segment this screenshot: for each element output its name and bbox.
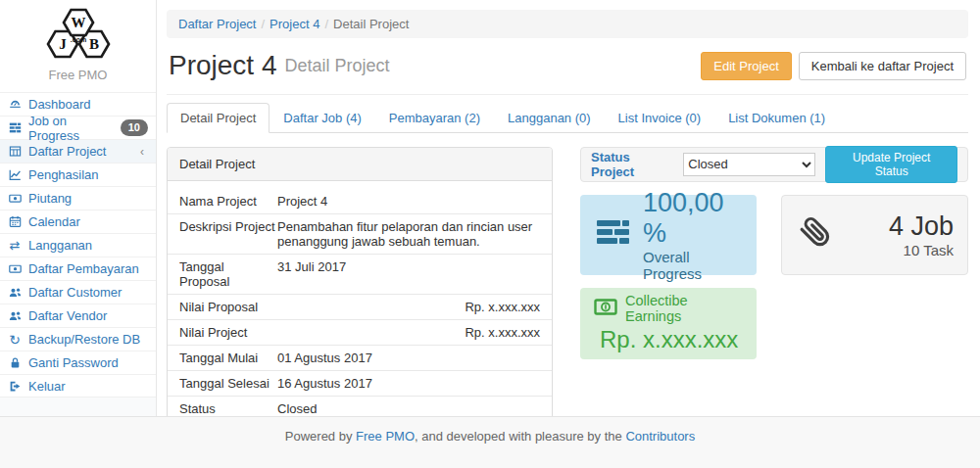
breadcrumb-separator: / xyxy=(256,17,270,31)
footer-link-contributors[interactable]: Contributors xyxy=(625,429,695,444)
update-status-button[interactable]: Update Project Status xyxy=(825,146,957,183)
line-chart-icon xyxy=(8,168,22,181)
sidebar-item-label: Daftar Project xyxy=(28,144,106,159)
svg-text:J: J xyxy=(59,36,67,52)
page-header: Project 4 Detail Project Edit Project Ke… xyxy=(167,46,968,95)
footer-text-2: , and developed with pleasure by the xyxy=(415,429,625,444)
detail-row-value: 01 Agustus 2017 xyxy=(277,351,540,365)
calendar-icon xyxy=(8,215,22,228)
detail-row: Tanggal Mulai01 Agustus 2017 xyxy=(168,345,552,370)
sidebar-item-label: Backup/Restore DB xyxy=(28,332,140,347)
detail-project-panel: Detail Project Nama ProjectProject 4Desk… xyxy=(167,147,553,416)
sidebar: J W B .com Free PMO DashboardJob on Prog… xyxy=(0,0,157,416)
detail-row-value: Rp. x.xxx.xxx xyxy=(277,325,540,340)
page-subtitle: Detail Project xyxy=(285,56,390,76)
sidebar-item-backup-restore-db[interactable]: ↻Backup/Restore DB xyxy=(0,327,156,351)
earnings-value: Rp. x.xxx.xxx xyxy=(594,326,743,353)
edit-project-button[interactable]: Edit Project xyxy=(701,52,791,81)
detail-row-value: 16 Agustus 2017 xyxy=(277,376,540,391)
detail-row: Tanggal Selesai16 Agustus 2017 xyxy=(168,370,552,396)
back-to-list-button[interactable]: Kembali ke daftar Project xyxy=(799,52,966,81)
sidebar-item-dashboard[interactable]: Dashboard xyxy=(0,92,156,116)
breadcrumb-item[interactable]: Project 4 xyxy=(270,17,319,31)
panel-title: Detail Project xyxy=(168,148,552,181)
overall-progress-value: 100,00 % xyxy=(643,188,743,249)
page-title: Project 4 xyxy=(169,51,277,81)
job-count-value: 4 Job xyxy=(889,211,954,242)
breadcrumb-separator: / xyxy=(319,17,333,31)
detail-row-label: Nilai Project xyxy=(179,325,277,340)
overall-progress-label: Overall Progress xyxy=(643,249,743,282)
detail-row-label: Status xyxy=(179,401,277,416)
sidebar-item-daftar-customer[interactable]: Daftar Customer xyxy=(0,280,156,304)
sidebar-item-daftar-pembayaran[interactable]: Daftar Pembayaran xyxy=(0,257,156,280)
sidebar-item-piutang[interactable]: Piutang xyxy=(0,186,156,210)
detail-row-label: Deskripsi Project xyxy=(179,219,277,249)
lock-icon xyxy=(8,356,22,369)
task-count-label: 10 Task xyxy=(889,242,954,258)
detail-row: StatusClosed xyxy=(168,396,552,416)
breadcrumb: Daftar Project/Project 4/Detail Project xyxy=(167,10,968,38)
job-count-badge: 10 xyxy=(121,119,148,135)
detail-row: Nilai ProjectRp. x.xxx.xxx xyxy=(168,319,552,345)
chevron-left-icon: ‹ xyxy=(140,145,148,159)
footer-text-1: Powered by xyxy=(285,429,356,444)
sidebar-item-label: Daftar Pembayaran xyxy=(28,261,139,276)
detail-row: Deskripsi ProjectPenambahan fitur pelapo… xyxy=(168,213,552,254)
tasks-icon xyxy=(594,218,631,251)
sidebar-item-daftar-project[interactable]: Daftar Project‹ xyxy=(0,139,156,163)
tasks-icon xyxy=(8,121,22,134)
detail-row-value: 31 Juli 2017 xyxy=(277,259,540,289)
sidebar-item-job-on-progress[interactable]: Job on Progress10 xyxy=(0,116,156,139)
detail-row-value: Project 4 xyxy=(277,194,540,209)
sidebar-item-label: Keluar xyxy=(28,379,66,394)
tab-list-invoice-0[interactable]: List Invoice (0) xyxy=(605,103,715,133)
detail-row: Nama ProjectProject 4 xyxy=(168,189,552,213)
brand-block: J W B .com Free PMO xyxy=(0,0,156,92)
users-icon xyxy=(8,286,22,299)
sidebar-menu: DashboardJob on Progress10Daftar Project… xyxy=(0,92,156,398)
brand-name: Free PMO xyxy=(0,68,156,82)
detail-row-label: Tanggal Selesai xyxy=(179,376,277,391)
sidebar-item-label: Ganti Password xyxy=(28,355,119,370)
users-icon xyxy=(8,309,22,322)
sidebar-item-daftar-vendor[interactable]: Daftar Vendor xyxy=(0,304,156,327)
sidebar-item-langganan[interactable]: ⇄Langganan xyxy=(0,233,156,257)
sidebar-item-ganti-password[interactable]: Ganti Password xyxy=(0,351,156,374)
overall-progress-box: 100,00 % Overall Progress xyxy=(580,195,757,275)
money-icon xyxy=(8,192,22,205)
footer-link-free-pmo[interactable]: Free PMO xyxy=(356,429,415,444)
refresh-icon: ↻ xyxy=(8,333,22,347)
jwb-logo: J W B .com xyxy=(24,4,133,63)
tab-langganan-0[interactable]: Langganan (0) xyxy=(494,103,605,133)
detail-row: Nilai ProposalRp. x.xxx.xxx xyxy=(168,294,552,319)
tab-daftar-job-4[interactable]: Daftar Job (4) xyxy=(270,103,374,133)
detail-row-label: Tanggal Mulai xyxy=(179,351,277,365)
earnings-label: Collectibe Earnings xyxy=(625,293,743,324)
tab-pembayaran-2[interactable]: Pembayaran (2) xyxy=(375,103,494,133)
detail-row-value: Closed xyxy=(277,401,540,416)
breadcrumb-item: Detail Project xyxy=(333,17,409,31)
sidebar-item-label: Job on Progress xyxy=(28,114,114,143)
detail-row: Tanggal Proposal31 Juli 2017 xyxy=(168,254,552,294)
sidebar-item-label: Calendar xyxy=(28,214,80,229)
sidebar-item-penghasilan[interactable]: Penghasilan xyxy=(0,163,156,186)
table-icon xyxy=(8,145,22,158)
sidebar-item-calendar[interactable]: Calendar xyxy=(0,210,156,233)
logo-com-text: .com xyxy=(70,36,85,43)
sidebar-item-label: Daftar Customer xyxy=(28,285,122,300)
detail-row-label: Tanggal Proposal xyxy=(179,259,277,289)
detail-table: Nama ProjectProject 4Deskripsi ProjectPe… xyxy=(168,181,552,416)
detail-row-value: Penambahan fitur pelaporan dan rincian u… xyxy=(277,219,540,249)
sidebar-item-keluar[interactable]: Keluar xyxy=(0,374,156,398)
tab-detail-project[interactable]: Detail Project xyxy=(167,103,270,133)
main-content: Daftar Project/Project 4/Detail Project … xyxy=(157,0,980,416)
tab-list-dokumen-1[interactable]: List Dokumen (1) xyxy=(714,103,839,133)
collectible-earnings-box: Collectibe Earnings Rp. x.xxx.xxx xyxy=(580,288,757,359)
retweet-icon: ⇄ xyxy=(8,239,22,252)
svg-text:W: W xyxy=(71,15,85,30)
sidebar-item-label: Penghasilan xyxy=(28,167,99,182)
breadcrumb-item[interactable]: Daftar Project xyxy=(178,17,256,31)
status-select[interactable]: Closed xyxy=(683,153,815,176)
money-icon xyxy=(8,262,22,275)
